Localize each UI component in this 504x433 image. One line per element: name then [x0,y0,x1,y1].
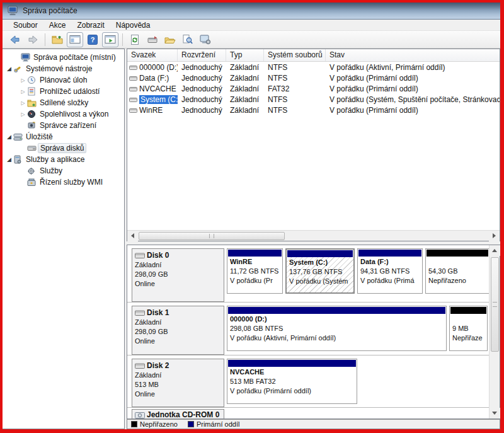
volume-row[interactable]: NVCACHEJednoduchýZákladníFAT32V pořádku … [127,83,500,94]
tree-item-event-viewer[interactable]: ▷Prohlížeč událostí [3,86,124,97]
volume-layout-cell: Jednoduchý [178,106,226,115]
toolbar-open-button[interactable] [162,32,178,47]
toolbar-forward-button[interactable] [25,32,41,47]
primary-partition-band [228,360,356,367]
partition-box[interactable]: System (C:)137,76 GB NTFSV pořádku (Syst… [285,248,355,294]
expander-collapsed-icon[interactable]: ▷ [19,100,27,106]
tree-item-disk-management[interactable]: Správa disků [3,142,124,154]
column-header-1[interactable]: Rozvržení [178,49,226,61]
disk-type: Základní [135,371,221,380]
menu-item-zobrazit[interactable]: Zobrazit [71,20,110,30]
toolbar-rescan-disks-button[interactable] [144,32,161,47]
partition-legend: NepřiřazenoPrimární oddíl [127,419,500,429]
volume-layout-cell: Jednoduchý [178,84,226,93]
tree-item-tools[interactable]: ◢Systémové nástroje [3,63,124,74]
menu-item-akce[interactable]: Akce [43,20,72,30]
volume-name[interactable]: 000000 (D:) [139,63,178,72]
scroll-up-button[interactable] [490,245,500,256]
legend-color-swatch [131,421,137,427]
partition-unallocated[interactable]: 54,30 GBNepřiřazeno [425,248,489,294]
toolbar-manage-button[interactable] [197,32,214,47]
scroll-left-button[interactable] [127,231,138,241]
toolbar-export-list-button[interactable] [49,32,66,47]
toolbar-action-pane-toggle-button[interactable] [102,32,118,47]
partition-unallocated[interactable]: 9 MBNepřiřaze [449,306,488,351]
tree-item-label[interactable]: Služby [38,166,64,175]
tree-item-label[interactable]: Správa počítače (místní) [32,53,118,62]
volume-row[interactable]: 000000 (D:)JednoduchýZákladníNTFSV pořád… [127,62,500,72]
expander-expanded-icon[interactable]: ◢ [5,156,13,163]
tree-item-label[interactable]: Spolehlivost a výkon [38,110,110,118]
tree-item-scheduler[interactable]: ▷Plánovač úloh [3,74,124,86]
toolbar-back-button[interactable] [7,32,23,47]
tree-item-label[interactable]: Služby a aplikace [24,155,86,164]
tree-item-label[interactable]: Plánovač úloh [38,76,89,84]
tree-item-device-manager[interactable]: Správce zařízení [3,120,124,131]
horizontal-scroll-thumb[interactable] [139,232,285,240]
tree-item-label[interactable]: Systémové nástroje [24,64,94,73]
partition-box[interactable]: 000000 (D:)298,08 GB NTFSV pořádku (Akti… [227,306,447,351]
partition-size: 94,31 GB NTFS [360,267,422,276]
scroll-grip [209,234,214,238]
toolbar-refresh-button[interactable] [127,32,143,47]
expander-collapsed-icon[interactable]: ▷ [19,112,27,117]
disk-graphic: NVCACHE513 MB FAT32V pořádku (Primární o… [227,359,357,407]
horizontal-scrollbar[interactable] [127,230,500,241]
volume-row[interactable]: System (C:)JednoduchýZákladníNTFSV pořád… [127,94,500,105]
disk-name: Disk 1 [135,308,221,318]
tree-item-label[interactable]: Prohlížeč událostí [38,87,101,96]
tree-item-label[interactable]: Správa disků [38,143,86,153]
menu-item-soubor[interactable]: Soubor [8,20,43,30]
column-header-4[interactable]: Stav [326,49,500,61]
volume-name[interactable]: Data (F:) [139,74,169,83]
partition-size: 298,08 GB NTFS [230,324,446,333]
partition-status: V pořádku (Pr [230,276,282,286]
disk-label-box[interactable]: Disk 0Základní298,09 GBOnline [132,248,224,302]
cdrom-label-box[interactable]: Jednotka CD-ROM 0 [132,409,224,419]
toolbar-help-button[interactable]: ? [84,32,101,47]
vertical-scrollbar[interactable] [489,245,500,419]
volume-row[interactable]: WinREJednoduchýZákladníNTFSV pořádku (Pr… [127,105,500,115]
title-bar[interactable]: Správa počítače [3,3,500,20]
expander-expanded-icon[interactable]: ◢ [5,134,13,140]
partition-status: V pořádku (Primá [360,276,422,286]
disk-size: 513 MB [135,380,221,390]
menu-item-napoveda[interactable]: Nápověda [110,20,156,30]
column-header-3[interactable]: Systém souborů [264,49,326,61]
scroll-down-button[interactable] [490,408,500,419]
main-content: Správa počítače (místní)◢Systémové nástr… [3,49,500,429]
tree-item-label[interactable]: Správce zařízení [38,121,98,130]
volume-name[interactable]: WinRE [139,106,163,115]
volume-row[interactable]: Data (F:)JednoduchýZákladníNTFSV pořádku… [127,72,500,83]
tree-item-performance[interactable]: ▷Spolehlivost a výkon [3,108,124,120]
partition-box[interactable]: WinRE11,72 GB NTFSV pořádku (Pr [227,248,283,294]
scroll-right-button[interactable] [489,231,500,241]
partition-box[interactable]: NVCACHE513 MB FAT32V pořádku (Primární o… [227,359,357,404]
column-header-0[interactable]: Svazek [127,49,178,61]
tree-item-wmi[interactable]: Řízení služby WMI [3,176,124,188]
disk-label-box[interactable]: Disk 1Základní298,09 GBOnline [132,306,224,355]
tree-item-label[interactable]: Řízení služby WMI [38,178,105,187]
tree-item-storage[interactable]: ◢Úložiště [3,131,124,142]
partition-box[interactable]: Data (F:)94,31 GB NTFSV pořádku (Primá [357,248,423,294]
column-header-2[interactable]: Typ [226,49,264,61]
window-action-icon [105,35,116,44]
toolbar-view-button[interactable] [180,32,196,47]
expander-collapsed-icon[interactable]: ▷ [19,89,27,95]
tree-item-label[interactable]: Úložiště [24,132,55,141]
tree-item-services-apps[interactable]: ◢Služby a aplikace [3,154,124,165]
tree-item-shared-folders[interactable]: ▷Sdílené složky [3,97,124,108]
volume-fs-cell: NTFS [264,95,326,104]
expander-collapsed-icon[interactable]: ▷ [19,78,27,83]
volume-name[interactable]: NVCACHE [139,84,176,93]
vertical-scroll-thumb[interactable] [491,257,499,352]
disk-label-box[interactable]: Disk 2Základní513 MBOnline [132,359,224,407]
expander-expanded-icon[interactable]: ◢ [5,66,13,72]
tree-item-computer[interactable]: Správa počítače (místní) [3,52,124,63]
tree-item-label[interactable]: Sdílené složky [38,98,90,107]
tree-item-services[interactable]: Služby [3,165,124,176]
volume-name[interactable]: System (C:) [139,95,178,104]
partition-name [452,315,487,324]
toolbar-console-tree-toggle-button[interactable] [67,32,83,47]
disk-size: 298,09 GB [135,270,221,279]
